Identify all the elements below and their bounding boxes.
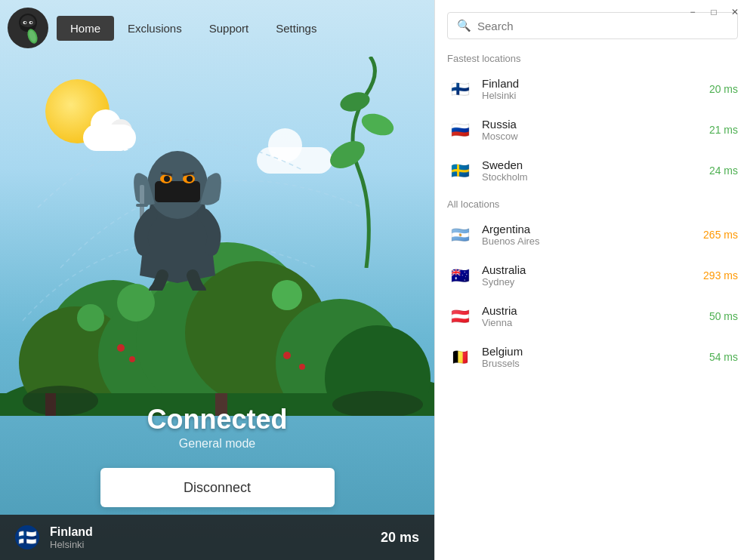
illustration: [0, 57, 434, 419]
location-info-russia: Russia Moscow: [482, 118, 700, 142]
city-sweden: Stockholm: [482, 171, 700, 183]
location-item-finland[interactable]: 🇫🇮 Finland Helsinki 20 ms: [435, 69, 750, 109]
location-info-austria: Austria Vienna: [482, 304, 700, 328]
svg-point-9: [326, 136, 369, 174]
status-location: Finland Helsinki: [50, 525, 370, 550]
close-button[interactable]: ✕: [726, 5, 744, 20]
vine-illustration: [321, 57, 412, 268]
location-info-sweden: Sweden Stockholm: [482, 158, 700, 183]
status-city: Helsinki: [50, 539, 370, 550]
location-item-argentina[interactable]: 🇦🇷 Argentina Buenos Aires 265 ms: [435, 214, 750, 255]
svg-point-27: [117, 344, 125, 352]
country-russia: Russia: [482, 118, 700, 131]
city-argentina: Buenos Aires: [482, 235, 694, 247]
location-info-finland: Finland Helsinki: [482, 77, 700, 101]
city-belgium: Brussels: [482, 358, 700, 369]
location-info-argentina: Argentina Buenos Aires: [482, 223, 694, 247]
flag-finland: 🇫🇮: [447, 76, 473, 102]
svg-rect-34: [155, 181, 200, 202]
country-austria: Austria: [482, 304, 700, 317]
status-latency: 20 ms: [381, 530, 419, 546]
location-item-austria[interactable]: 🇦🇹 Austria Vienna 50 ms: [435, 296, 750, 337]
location-info-belgium: Belgium Brussels: [482, 345, 700, 369]
country-argentina: Argentina: [482, 223, 694, 235]
svg-point-29: [283, 352, 291, 359]
country-finland: Finland: [482, 77, 700, 90]
svg-point-23: [77, 304, 104, 331]
latency-russia: 21 ms: [709, 124, 738, 136]
left-panel: Home Exclusions Support Settings: [0, 0, 434, 560]
latency-finland: 20 ms: [709, 83, 738, 95]
location-item-australia[interactable]: 🇦🇺 Australia Sydney 293 ms: [435, 255, 750, 296]
svg-point-22: [272, 280, 302, 310]
flag-argentina: 🇦🇷: [447, 222, 473, 248]
country-belgium: Belgium: [482, 345, 700, 358]
latency-australia: 293 ms: [703, 269, 738, 282]
city-australia: Sydney: [482, 276, 694, 288]
city-finland: Helsinki: [482, 90, 700, 101]
location-list: Fastest locations 🇫🇮 Finland Helsinki 20…: [435, 45, 750, 560]
fastest-section-label: Fastest locations: [435, 45, 750, 69]
status-country: Finland: [50, 525, 370, 539]
connected-label: Connected: [0, 404, 434, 435]
status-bar: 🇫🇮 Finland Helsinki 20 ms: [0, 515, 434, 560]
svg-rect-42: [136, 204, 148, 207]
title-bar: − □ ✕: [0, 0, 750, 24]
right-panel: 🔍 Fastest locations 🇫🇮 Finland Helsinki …: [434, 0, 750, 560]
location-info-australia: Australia Sydney: [482, 263, 694, 288]
latency-sweden: 24 ms: [709, 165, 738, 177]
latency-belgium: 54 ms: [709, 351, 738, 363]
country-australia: Australia: [482, 263, 694, 276]
flag-austria: 🇦🇹: [447, 303, 473, 329]
latency-austria: 50 ms: [709, 310, 738, 322]
flag-sweden: 🇸🇪: [447, 158, 473, 183]
svg-point-38: [187, 176, 193, 182]
all-section-label: All locations: [435, 191, 750, 214]
latency-argentina: 265 ms: [703, 229, 738, 241]
connected-area: Connected General mode: [0, 404, 434, 451]
ninja-illustration: [128, 140, 227, 291]
svg-point-10: [359, 109, 397, 139]
mode-label: General mode: [0, 437, 434, 451]
status-flag: 🇫🇮: [15, 525, 39, 549]
svg-point-30: [299, 364, 305, 370]
maximize-button[interactable]: □: [705, 5, 723, 20]
country-sweden: Sweden: [482, 158, 700, 171]
location-item-belgium[interactable]: 🇧🇪 Belgium Brussels 54 ms: [435, 337, 750, 377]
svg-point-37: [164, 176, 170, 182]
city-austria: Vienna: [482, 317, 700, 328]
disconnect-button-wrap: Disconnect: [100, 468, 335, 507]
flag-russia: 🇷🇺: [447, 117, 473, 143]
minimize-button[interactable]: −: [684, 5, 702, 20]
location-item-sweden[interactable]: 🇸🇪 Sweden Stockholm 24 ms: [435, 150, 750, 191]
flag-australia: 🇦🇺: [447, 263, 473, 288]
disconnect-button[interactable]: Disconnect: [100, 468, 335, 507]
flag-belgium: 🇧🇪: [447, 344, 473, 370]
location-item-russia[interactable]: 🇷🇺 Russia Moscow 21 ms: [435, 109, 750, 150]
city-russia: Moscow: [482, 131, 700, 142]
svg-point-28: [129, 356, 135, 362]
